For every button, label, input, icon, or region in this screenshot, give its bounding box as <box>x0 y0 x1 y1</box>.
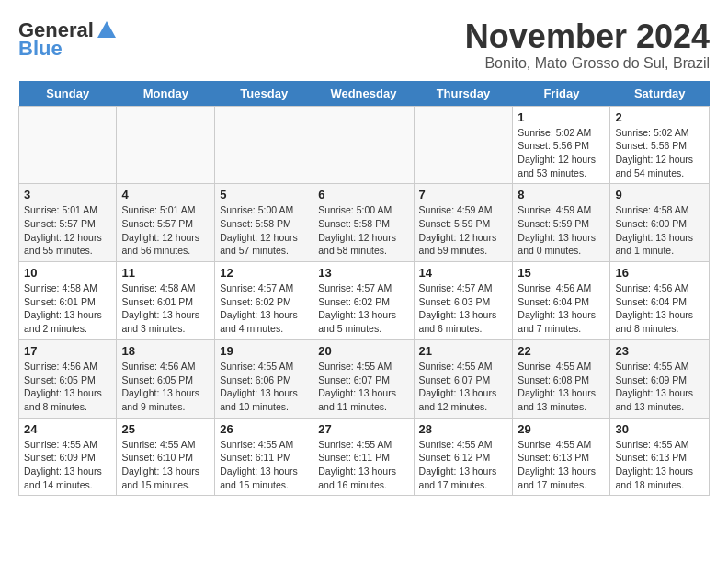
day-number: 1 <box>518 110 605 124</box>
day-info: Sunrise: 4:55 AMSunset: 6:06 PMDaylight:… <box>220 360 308 414</box>
day-cell-3-5: 22Sunrise: 4:55 AMSunset: 6:08 PMDayligh… <box>513 339 610 418</box>
day-number: 23 <box>615 344 704 358</box>
logo-icon <box>96 19 118 41</box>
month-title: November 2024 <box>465 18 710 55</box>
day-number: 16 <box>615 266 704 280</box>
day-cell-4-3: 27Sunrise: 4:55 AMSunset: 6:11 PMDayligh… <box>313 418 414 496</box>
day-cell-1-0: 3Sunrise: 5:01 AMSunset: 5:57 PMDaylight… <box>19 184 117 262</box>
day-info: Sunrise: 4:55 AMSunset: 6:07 PMDaylight:… <box>419 360 508 414</box>
day-info: Sunrise: 4:56 AMSunset: 6:05 PMDaylight:… <box>121 360 210 414</box>
week-row-3: 10Sunrise: 4:58 AMSunset: 6:01 PMDayligh… <box>19 262 710 340</box>
day-cell-4-4: 28Sunrise: 4:55 AMSunset: 6:12 PMDayligh… <box>414 418 513 496</box>
day-cell-2-0: 10Sunrise: 4:58 AMSunset: 6:01 PMDayligh… <box>19 262 117 340</box>
day-cell-4-1: 25Sunrise: 4:55 AMSunset: 6:10 PMDayligh… <box>117 418 215 496</box>
day-cell-2-2: 12Sunrise: 4:57 AMSunset: 6:02 PMDayligh… <box>215 262 313 340</box>
day-cell-0-1 <box>117 106 215 184</box>
day-info: Sunrise: 4:55 AMSunset: 6:10 PMDaylight:… <box>121 438 210 492</box>
header-wednesday: Wednesday <box>313 81 414 107</box>
day-number: 24 <box>24 422 111 436</box>
day-cell-1-6: 9Sunrise: 4:58 AMSunset: 6:00 PMDaylight… <box>610 184 710 262</box>
day-cell-0-6: 2Sunrise: 5:02 AMSunset: 5:56 PMDaylight… <box>610 106 710 184</box>
day-cell-2-3: 13Sunrise: 4:57 AMSunset: 6:02 PMDayligh… <box>313 262 414 340</box>
day-cell-4-2: 26Sunrise: 4:55 AMSunset: 6:11 PMDayligh… <box>215 418 313 496</box>
day-cell-3-4: 21Sunrise: 4:55 AMSunset: 6:07 PMDayligh… <box>414 339 513 418</box>
day-cell-4-0: 24Sunrise: 4:55 AMSunset: 6:09 PMDayligh… <box>19 418 117 496</box>
day-info: Sunrise: 5:02 AMSunset: 5:56 PMDaylight:… <box>518 126 605 180</box>
day-info: Sunrise: 4:56 AMSunset: 6:04 PMDaylight:… <box>615 282 704 336</box>
day-number: 21 <box>419 344 508 358</box>
week-row-2: 3Sunrise: 5:01 AMSunset: 5:57 PMDaylight… <box>19 184 710 262</box>
day-cell-3-3: 20Sunrise: 4:55 AMSunset: 6:07 PMDayligh… <box>313 339 414 418</box>
day-info: Sunrise: 4:55 AMSunset: 6:11 PMDaylight:… <box>318 438 408 492</box>
page-header: General Blue November 2024 Bonito, Mato … <box>18 18 710 72</box>
day-info: Sunrise: 4:55 AMSunset: 6:13 PMDaylight:… <box>615 438 704 492</box>
day-info: Sunrise: 4:58 AMSunset: 6:00 PMDaylight:… <box>615 203 704 258</box>
day-cell-4-6: 30Sunrise: 4:55 AMSunset: 6:13 PMDayligh… <box>610 418 710 496</box>
day-cell-2-4: 14Sunrise: 4:57 AMSunset: 6:03 PMDayligh… <box>414 262 513 340</box>
day-info: Sunrise: 4:58 AMSunset: 6:01 PMDaylight:… <box>121 282 210 336</box>
day-cell-2-6: 16Sunrise: 4:56 AMSunset: 6:04 PMDayligh… <box>610 262 710 340</box>
day-number: 4 <box>121 188 210 201</box>
day-cell-0-4 <box>414 106 513 184</box>
day-number: 30 <box>615 422 704 436</box>
day-info: Sunrise: 4:56 AMSunset: 6:05 PMDaylight:… <box>24 360 111 414</box>
week-row-4: 17Sunrise: 4:56 AMSunset: 6:05 PMDayligh… <box>19 339 710 418</box>
header-friday: Friday <box>513 81 610 107</box>
day-cell-1-2: 5Sunrise: 5:00 AMSunset: 5:58 PMDaylight… <box>215 184 313 262</box>
day-number: 12 <box>220 266 308 280</box>
day-info: Sunrise: 4:58 AMSunset: 6:01 PMDaylight:… <box>24 282 111 336</box>
day-cell-3-1: 18Sunrise: 4:56 AMSunset: 6:05 PMDayligh… <box>117 339 215 418</box>
day-number: 13 <box>318 266 408 280</box>
calendar-table: Sunday Monday Tuesday Wednesday Thursday… <box>18 81 710 497</box>
day-info: Sunrise: 4:56 AMSunset: 6:04 PMDaylight:… <box>518 282 605 336</box>
day-info: Sunrise: 5:00 AMSunset: 5:58 PMDaylight:… <box>318 203 408 258</box>
day-cell-1-4: 7Sunrise: 4:59 AMSunset: 5:59 PMDaylight… <box>414 184 513 262</box>
day-number: 26 <box>220 422 308 436</box>
logo-blue-text: Blue <box>18 37 63 61</box>
day-number: 2 <box>615 110 704 124</box>
day-number: 29 <box>518 422 605 436</box>
day-number: 20 <box>318 344 408 358</box>
day-info: Sunrise: 4:55 AMSunset: 6:12 PMDaylight:… <box>419 438 508 492</box>
day-cell-1-5: 8Sunrise: 4:59 AMSunset: 5:59 PMDaylight… <box>513 184 610 262</box>
day-info: Sunrise: 4:57 AMSunset: 6:03 PMDaylight:… <box>419 282 508 336</box>
day-number: 9 <box>615 188 704 201</box>
header-tuesday: Tuesday <box>215 81 313 107</box>
day-number: 25 <box>121 422 210 436</box>
day-number: 15 <box>518 266 605 280</box>
header-saturday: Saturday <box>610 81 710 107</box>
day-info: Sunrise: 4:55 AMSunset: 6:08 PMDaylight:… <box>518 360 605 414</box>
day-info: Sunrise: 4:55 AMSunset: 6:11 PMDaylight:… <box>220 438 308 492</box>
day-info: Sunrise: 4:55 AMSunset: 6:07 PMDaylight:… <box>318 360 408 414</box>
day-number: 17 <box>24 344 111 358</box>
day-number: 5 <box>220 188 308 201</box>
day-info: Sunrise: 5:00 AMSunset: 5:58 PMDaylight:… <box>220 203 308 258</box>
day-info: Sunrise: 4:55 AMSunset: 6:13 PMDaylight:… <box>518 438 605 492</box>
header-monday: Monday <box>117 81 215 107</box>
day-info: Sunrise: 5:01 AMSunset: 5:57 PMDaylight:… <box>24 203 111 258</box>
day-cell-3-0: 17Sunrise: 4:56 AMSunset: 6:05 PMDayligh… <box>19 339 117 418</box>
day-number: 6 <box>318 188 408 201</box>
header-row: Sunday Monday Tuesday Wednesday Thursday… <box>19 81 710 107</box>
day-number: 27 <box>318 422 408 436</box>
title-area: November 2024 Bonito, Mato Grosso do Sul… <box>465 18 710 72</box>
day-cell-0-5: 1Sunrise: 5:02 AMSunset: 5:56 PMDaylight… <box>513 106 610 184</box>
day-cell-3-6: 23Sunrise: 4:55 AMSunset: 6:09 PMDayligh… <box>610 339 710 418</box>
day-number: 22 <box>518 344 605 358</box>
day-number: 18 <box>121 344 210 358</box>
week-row-5: 24Sunrise: 4:55 AMSunset: 6:09 PMDayligh… <box>19 418 710 496</box>
svg-marker-0 <box>97 21 116 38</box>
day-cell-0-3 <box>313 106 414 184</box>
day-info: Sunrise: 4:55 AMSunset: 6:09 PMDaylight:… <box>24 438 111 492</box>
day-cell-1-1: 4Sunrise: 5:01 AMSunset: 5:57 PMDaylight… <box>117 184 215 262</box>
day-cell-2-1: 11Sunrise: 4:58 AMSunset: 6:01 PMDayligh… <box>117 262 215 340</box>
day-info: Sunrise: 4:55 AMSunset: 6:09 PMDaylight:… <box>615 360 704 414</box>
week-row-1: 1Sunrise: 5:02 AMSunset: 5:56 PMDaylight… <box>19 106 710 184</box>
day-cell-0-0 <box>19 106 117 184</box>
day-info: Sunrise: 4:59 AMSunset: 5:59 PMDaylight:… <box>518 203 605 258</box>
day-number: 11 <box>121 266 210 280</box>
day-number: 28 <box>419 422 508 436</box>
day-info: Sunrise: 4:57 AMSunset: 6:02 PMDaylight:… <box>318 282 408 336</box>
day-cell-4-5: 29Sunrise: 4:55 AMSunset: 6:13 PMDayligh… <box>513 418 610 496</box>
day-info: Sunrise: 5:02 AMSunset: 5:56 PMDaylight:… <box>615 126 704 180</box>
